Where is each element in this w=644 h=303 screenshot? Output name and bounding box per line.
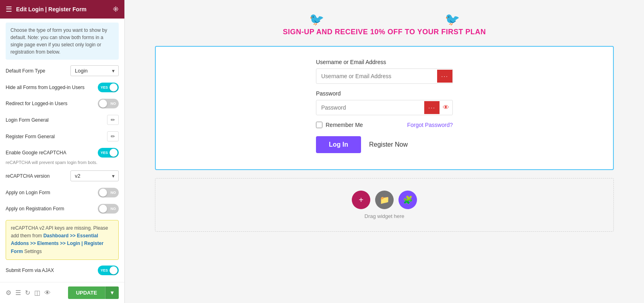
password-visibility-button[interactable]: 👁: [440, 101, 452, 114]
eye-icon[interactable]: 👁: [44, 289, 51, 297]
twitter-bird-left-icon: 🐦: [309, 12, 324, 26]
register-now-link[interactable]: Register Now: [369, 141, 408, 148]
template-icon[interactable]: ◫: [34, 289, 40, 297]
default-form-type-select[interactable]: Login Register: [70, 65, 119, 76]
add-widget-button[interactable]: +: [352, 191, 370, 209]
remember-me-checkbox[interactable]: [316, 122, 322, 128]
toggle-knob3: [99, 189, 107, 197]
form-actions: Log In Register Now: [316, 136, 453, 153]
sidebar-header: ☰ Edit Login | Register Form ⁜: [0, 0, 124, 19]
login-form-general-row: Login Form General ✏: [6, 115, 119, 125]
recaptcha-version-select[interactable]: v2 v3: [70, 170, 119, 181]
update-btn-wrap: UPDATE ▼: [68, 286, 119, 299]
update-arrow-button[interactable]: ▼: [105, 286, 119, 299]
recaptcha-helper-text: reCAPTCHA will prevent spam login from b…: [6, 160, 119, 165]
settings-icon[interactable]: ⚙: [6, 289, 11, 297]
forgot-password-link[interactable]: Forgot Password?: [407, 122, 453, 128]
toggle-yes-label3: YES: [101, 268, 108, 272]
history-icon[interactable]: ↻: [25, 289, 30, 297]
recaptcha-toggle[interactable]: YES: [98, 148, 119, 158]
bottom-widget: + 📁 🧩 Drag widget here: [155, 178, 614, 232]
apply-login-row: Apply on Login Form NO: [6, 188, 119, 197]
login-form-general-label: Login Form General: [6, 117, 49, 123]
password-icon-button[interactable]: ···: [424, 101, 440, 114]
redirect-row: Redirect for Logged-in Users NO: [6, 99, 119, 108]
hamburger-icon[interactable]: ☰: [6, 5, 12, 14]
sidebar-title: Edit Login | Register Form: [16, 6, 87, 12]
puzzle-widget-button[interactable]: 🧩: [398, 191, 417, 209]
login-form-box: Username or Email Address ··· Password ·…: [316, 59, 453, 153]
toggle-no-label2: NO: [111, 191, 116, 195]
redirect-label: Redirect for Logged-in Users: [6, 101, 67, 106]
submit-ajax-row: Submit Form via AJAX YES: [6, 266, 119, 275]
username-input-row: ···: [316, 68, 453, 84]
password-label: Password: [316, 90, 453, 97]
canvas-area: 🐦 🐦 SIGN-UP AND RECEIVE 10% OFF TO YOUR …: [125, 0, 644, 303]
widget-icons: + 📁 🧩: [352, 191, 417, 209]
update-button[interactable]: UPDATE: [68, 286, 105, 299]
toggle-no-label: NO: [111, 102, 116, 106]
hide-forms-label: Hide all Forms from Logged-in Users: [6, 85, 85, 90]
hide-forms-row: Hide all Forms from Logged-in Users YES: [6, 83, 119, 92]
login-button[interactable]: Log In: [316, 136, 361, 153]
toggle-no-label3: NO: [111, 207, 116, 211]
top-area: 🐦 🐦: [137, 8, 632, 28]
toggle-knob: [109, 83, 118, 91]
recaptcha-label: Enable Google reCAPTCHA: [6, 150, 66, 156]
username-icon-button[interactable]: ···: [437, 70, 452, 83]
folder-widget-button[interactable]: 📁: [375, 191, 394, 209]
submit-ajax-toggle[interactable]: YES: [98, 266, 119, 275]
warning-text-suffix: Settings: [24, 249, 41, 254]
username-input[interactable]: [316, 69, 437, 83]
register-form-general-label: Register Form General: [6, 134, 55, 139]
register-form-general-edit-button[interactable]: ✏: [107, 131, 119, 141]
apply-register-toggle[interactable]: NO: [98, 204, 119, 214]
toggle-knob-off: [99, 100, 107, 108]
toggle-knob4: [99, 205, 107, 213]
hide-forms-toggle[interactable]: YES: [98, 83, 119, 92]
password-input-row: ··· 👁: [316, 100, 453, 115]
sidebar-footer: ⚙ ☰ ↻ ◫ 👁 UPDATE ▼: [0, 282, 124, 303]
apply-login-label: Apply on Login Form: [6, 190, 50, 195]
apply-register-label: Apply on Registration Form: [6, 206, 64, 212]
promo-text: SIGN-UP AND RECEIVE 10% OFF TO YOUR FIRS…: [137, 28, 632, 36]
dots-icon2: ···: [428, 104, 436, 111]
recaptcha-version-label: reCAPTCHA version: [6, 173, 50, 179]
main-content: 🐦 🐦 SIGN-UP AND RECEIVE 10% OFF TO YOUR …: [125, 0, 644, 303]
password-input[interactable]: [316, 100, 424, 115]
redirect-toggle[interactable]: NO: [98, 99, 119, 108]
sidebar-body: Choose the type of form you want to show…: [0, 19, 124, 282]
default-form-type-select-wrapper: Login Register ▼: [70, 65, 119, 76]
apply-register-row: Apply on Registration Form NO: [6, 204, 119, 214]
form-options: Remember Me Forgot Password?: [316, 122, 453, 128]
login-widget-container: Username or Email Address ··· Password ·…: [155, 46, 614, 170]
register-form-general-row: Register Form General ✏: [6, 131, 119, 141]
default-form-type-row: Default Form Type Login Register ▼: [6, 65, 119, 76]
toggle-yes-label2: YES: [101, 151, 108, 155]
info-box: Choose the type of form you want to show…: [6, 23, 119, 60]
recaptcha-version-row: reCAPTCHA version v2 v3 ▼: [6, 170, 119, 181]
drag-widget-text: Drag widget here: [365, 213, 405, 219]
footer-icons: ⚙ ☰ ↻ ◫ 👁: [6, 289, 51, 297]
toggle-yes-label: YES: [101, 85, 108, 89]
layers-icon[interactable]: ☰: [15, 289, 21, 297]
dots-icon: ···: [441, 73, 448, 79]
default-form-type-label: Default Form Type: [6, 68, 45, 74]
sidebar: ☰ Edit Login | Register Form ⁜ Choose th…: [0, 0, 125, 303]
twitter-bird-right-icon: 🐦: [445, 12, 460, 26]
submit-ajax-label: Submit Form via AJAX: [6, 268, 54, 273]
toggle-knob5: [109, 266, 118, 274]
username-label: Username or Email Address: [316, 59, 453, 65]
warning-link-dashboard[interactable]: Dashboard >>: [43, 233, 76, 239]
apply-login-toggle[interactable]: NO: [98, 188, 119, 197]
sidebar-header-left: ☰ Edit Login | Register Form: [6, 5, 87, 14]
grid-icon[interactable]: ⁜: [113, 5, 119, 14]
recaptcha-row: Enable Google reCAPTCHA YES: [6, 148, 119, 158]
remember-me-label: Remember Me: [316, 122, 363, 128]
toggle-knob2: [109, 149, 118, 157]
warning-box: reCAPTCHA v2 API keys are missing. Pleas…: [6, 220, 119, 260]
login-form-general-edit-button[interactable]: ✏: [107, 115, 119, 125]
recaptcha-version-select-wrapper: v2 v3 ▼: [70, 170, 119, 181]
